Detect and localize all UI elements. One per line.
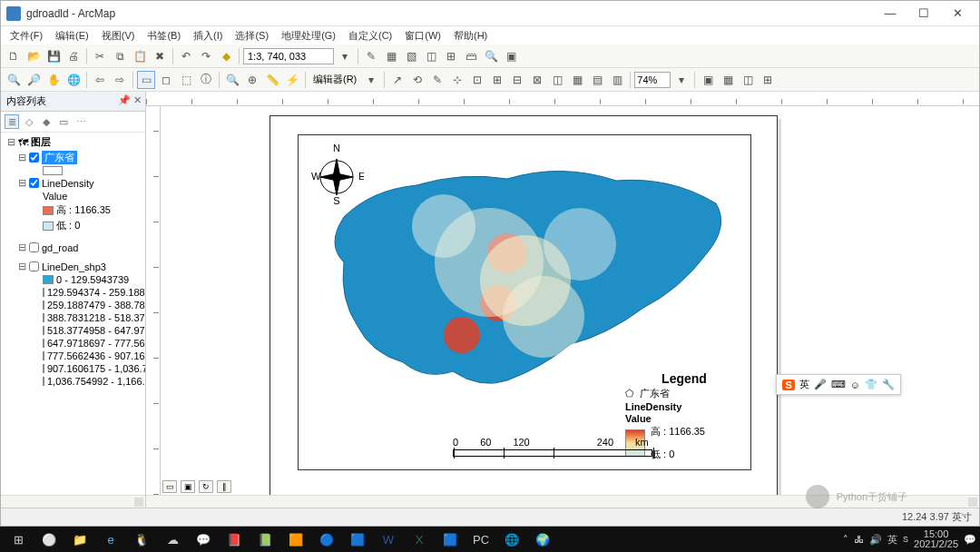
ed-tool11[interactable]: ▤ [588,71,606,89]
delete-button[interactable]: ✖ [151,47,169,65]
tray-vol-icon[interactable]: 🔊 [869,534,882,546]
layer-linedensity[interactable]: LineDensity [42,178,93,189]
task-app3-icon[interactable]: 📕 [220,528,249,550]
task-arcmap-icon[interactable]: 🌍 [528,528,557,550]
prev-extent-icon[interactable]: ⇦ [91,71,109,89]
class-row[interactable]: 259.1887479 - 388.783 [3,299,143,311]
layer-gdroad[interactable]: gd_road [42,242,78,253]
layout-canvas[interactable]: N E S W Legend ⬠广东省 LineDensity Value [161,106,979,495]
class-row[interactable]: 647.9718697 - 777.566 [3,337,143,350]
search-icon[interactable]: 🔍 [482,47,500,65]
menu-insert[interactable]: 插入(I) [188,27,228,44]
menu-window[interactable]: 窗口(W) [399,27,446,44]
toc-pin-icon[interactable]: 📌 ✕ [118,94,142,106]
layer-guangdong-checkbox[interactable] [29,153,39,163]
pause-drawing-icon[interactable]: ‖ [217,480,231,493]
toc-tree[interactable]: ⊟🗺 图层 ⊟ 广东省 ⊟ LineDensity Value 高 : 1166… [1,133,145,495]
redo-button[interactable]: ↷ [197,47,215,65]
task-word-icon[interactable]: W [374,528,403,550]
catalog-icon[interactable]: 🗃 [462,47,480,65]
task-app6-icon[interactable]: 🔵 [312,528,341,550]
class-row[interactable]: 0 - 129.5943739 [3,273,143,286]
tool2-icon[interactable]: ▧ [402,47,420,65]
toc-list-by-selection-icon[interactable]: ▭ [56,114,71,129]
toc-options-icon[interactable]: ⋯ [74,114,88,129]
tool3-icon[interactable]: ◫ [422,47,440,65]
ed-tool1[interactable]: ↗ [388,71,407,89]
full-extent-icon[interactable]: 🌐 [64,71,83,89]
ed-tool7[interactable]: ⊟ [508,71,526,89]
ed-tool3[interactable]: ✎ [428,71,446,89]
layout-tool1[interactable]: ▣ [699,71,717,89]
layout-view-tab[interactable]: ▣ [181,480,195,493]
task-app8-icon[interactable]: 🟦 [436,528,465,550]
measure-icon[interactable]: 📏 [263,71,281,89]
menu-geoprocessing[interactable]: 地理处理(G) [276,27,341,44]
toc-list-by-drawing-icon[interactable]: ≣ [5,114,19,129]
maximize-button[interactable]: ☐ [907,4,940,24]
python-icon[interactable]: ▣ [502,47,520,65]
refresh-view-icon[interactable]: ↻ [199,480,213,493]
task-explorer-icon[interactable]: 📁 [65,528,94,550]
ed-tool10[interactable]: ▦ [568,71,586,89]
ime-kbd-icon[interactable]: ⌨ [831,379,846,390]
ime-lang[interactable]: 英 [799,378,809,391]
editor-dropdown[interactable]: ▾ [362,71,380,89]
data-view-tab[interactable]: ▭ [162,480,177,493]
layout-tool4[interactable]: ⊞ [759,71,777,89]
layer-guangdong[interactable]: 广东省 [42,151,77,164]
tool1-icon[interactable]: ▦ [382,47,400,65]
tool4-icon[interactable]: ⊞ [442,47,460,65]
map-frame[interactable]: N E S W Legend ⬠广东省 LineDensity Value [298,134,751,470]
editor-menu[interactable]: 编辑器(R) [309,73,360,86]
start-button[interactable]: ⊞ [4,528,33,550]
hyperlink-icon[interactable]: ⚡ [283,71,301,89]
ime-bar[interactable]: S 英 🎤 ⌨ ☺ 👕 🔧 [776,374,901,395]
toc-root[interactable]: 图层 [31,135,51,149]
scale-dropdown[interactable]: ▾ [336,47,354,65]
next-extent-icon[interactable]: ⇨ [111,71,129,89]
task-wechat-icon[interactable]: 💬 [189,528,218,550]
cut-button[interactable]: ✂ [91,47,109,65]
layout-tool3[interactable]: ◫ [739,71,757,89]
ed-tool4[interactable]: ⊹ [448,71,466,89]
menu-help[interactable]: 帮助(H) [448,27,493,44]
tray-up-icon[interactable]: ˄ [843,534,848,546]
ime-skin-icon[interactable]: 👕 [865,379,877,390]
toc-list-by-source-icon[interactable]: ◇ [22,114,36,129]
editor-toolbar-icon[interactable]: ✎ [362,47,380,65]
zoom-dropdown[interactable]: ▾ [672,71,691,89]
tray-date[interactable]: 2021/2/25 [914,539,958,549]
select-features-icon[interactable]: ▭ [137,71,155,89]
ime-tool-icon[interactable]: 🔧 [882,379,895,390]
ed-tool2[interactable]: ⟲ [408,71,426,89]
class-row[interactable]: 129.594374 - 259.1887 [3,286,143,299]
task-app5-icon[interactable]: 🟧 [281,528,310,550]
layer-linedenshp[interactable]: LineDen_shp3 [42,261,106,272]
tray-ime-icon[interactable]: S [903,535,908,544]
open-button[interactable]: 📂 [24,47,43,65]
task-app7-icon[interactable]: 🟦 [343,528,372,550]
class-row[interactable]: 1,036.754992 - 1,166.3 [3,375,143,388]
goto-xy-icon[interactable]: ⊕ [243,71,261,89]
ed-tool6[interactable]: ⊞ [488,71,506,89]
task-edge-icon[interactable]: e [96,528,125,550]
add-data-button[interactable]: ◆ [217,47,235,65]
zoom-in-icon[interactable]: 🔍 [5,71,23,89]
new-button[interactable]: 🗋 [5,47,23,65]
menu-file[interactable]: 文件(F) [5,27,48,44]
toc-scrollbar[interactable] [1,495,145,508]
print-button[interactable]: 🖨 [64,47,83,65]
find-icon[interactable]: 🔍 [223,71,241,89]
layer-gdroad-checkbox[interactable] [29,242,39,252]
layer-linedenshp-checkbox[interactable] [29,261,39,271]
copy-button[interactable]: ⧉ [111,47,129,65]
pan-icon[interactable]: ✋ [44,71,63,89]
layout-tool2[interactable]: ▦ [719,71,737,89]
task-app4-icon[interactable]: 📗 [250,528,279,550]
menu-customize[interactable]: 自定义(C) [343,27,397,44]
layout-page[interactable]: N E S W Legend ⬠广东省 LineDensity Value [270,115,778,495]
menu-edit[interactable]: 编辑(E) [50,27,94,44]
tray-lang[interactable]: 英 [887,533,897,547]
task-app1-icon[interactable]: 🐧 [127,528,156,550]
